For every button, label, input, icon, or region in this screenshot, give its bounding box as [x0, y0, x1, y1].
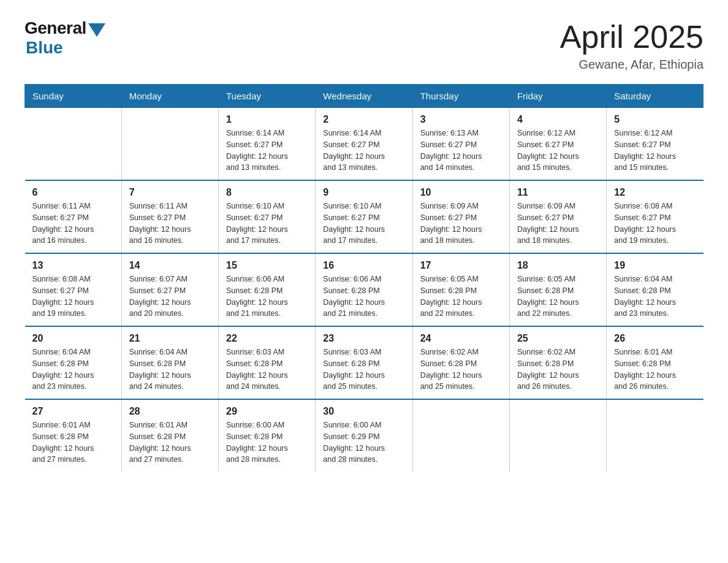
header-row: SundayMondayTuesdayWednesdayThursdayFrid… [25, 85, 703, 108]
day-info: Sunrise: 6:07 AMSunset: 6:27 PMDaylight:… [129, 274, 211, 320]
calendar-cell: 23Sunrise: 6:03 AMSunset: 6:28 PMDayligh… [316, 326, 412, 399]
day-number: 4 [517, 114, 599, 125]
calendar-week-5: 27Sunrise: 6:01 AMSunset: 6:28 PMDayligh… [25, 399, 703, 472]
day-number: 10 [420, 187, 502, 198]
day-number: 11 [517, 187, 599, 198]
calendar-cell: 12Sunrise: 6:08 AMSunset: 6:27 PMDayligh… [607, 180, 703, 253]
calendar-week-4: 20Sunrise: 6:04 AMSunset: 6:28 PMDayligh… [25, 326, 703, 399]
calendar-week-2: 6Sunrise: 6:11 AMSunset: 6:27 PMDaylight… [25, 180, 703, 253]
day-number: 18 [517, 260, 599, 271]
day-number: 9 [323, 187, 404, 198]
header-cell-friday: Friday [509, 85, 606, 108]
day-number: 1 [226, 114, 308, 125]
location-title: Gewane, Afar, Ethiopia [560, 58, 703, 72]
calendar-week-3: 13Sunrise: 6:08 AMSunset: 6:27 PMDayligh… [25, 253, 703, 326]
day-info: Sunrise: 6:02 AMSunset: 6:28 PMDaylight:… [517, 347, 599, 393]
day-info: Sunrise: 6:10 AMSunset: 6:27 PMDaylight:… [226, 201, 308, 247]
month-title: April 2025 [560, 18, 703, 55]
calendar-cell: 1Sunrise: 6:14 AMSunset: 6:27 PMDaylight… [219, 108, 316, 181]
day-number: 27 [32, 406, 114, 417]
day-number: 25 [517, 333, 599, 344]
day-info: Sunrise: 6:00 AMSunset: 6:28 PMDaylight:… [226, 419, 308, 465]
logo-general-text: General [25, 18, 86, 38]
calendar-cell: 6Sunrise: 6:11 AMSunset: 6:27 PMDaylight… [25, 180, 122, 253]
header-cell-monday: Monday [121, 85, 218, 108]
header-cell-wednesday: Wednesday [316, 85, 412, 108]
calendar-cell: 24Sunrise: 6:02 AMSunset: 6:28 PMDayligh… [412, 326, 509, 399]
day-number: 8 [226, 187, 308, 198]
logo-blue-text: Blue [26, 38, 63, 58]
calendar-cell: 3Sunrise: 6:13 AMSunset: 6:27 PMDaylight… [412, 108, 509, 181]
day-info: Sunrise: 6:04 AMSunset: 6:28 PMDaylight:… [32, 347, 114, 393]
day-number: 28 [129, 406, 211, 417]
day-info: Sunrise: 6:11 AMSunset: 6:27 PMDaylight:… [32, 201, 114, 247]
day-info: Sunrise: 6:01 AMSunset: 6:28 PMDaylight:… [614, 347, 696, 393]
day-info: Sunrise: 6:10 AMSunset: 6:27 PMDaylight:… [323, 201, 404, 247]
day-info: Sunrise: 6:14 AMSunset: 6:27 PMDaylight:… [226, 128, 308, 174]
day-info: Sunrise: 6:06 AMSunset: 6:28 PMDaylight:… [226, 274, 308, 320]
calendar-cell: 13Sunrise: 6:08 AMSunset: 6:27 PMDayligh… [25, 253, 122, 326]
header-cell-thursday: Thursday [412, 85, 509, 108]
calendar-cell: 14Sunrise: 6:07 AMSunset: 6:27 PMDayligh… [121, 253, 218, 326]
calendar-cell [25, 108, 122, 181]
day-info: Sunrise: 6:03 AMSunset: 6:28 PMDaylight:… [226, 347, 308, 393]
calendar-cell [412, 399, 509, 472]
day-number: 16 [323, 260, 404, 271]
day-info: Sunrise: 6:08 AMSunset: 6:27 PMDaylight:… [614, 201, 696, 247]
header-cell-saturday: Saturday [607, 85, 703, 108]
day-number: 19 [614, 260, 696, 271]
calendar-cell: 10Sunrise: 6:09 AMSunset: 6:27 PMDayligh… [412, 180, 509, 253]
day-number: 22 [226, 333, 308, 344]
day-info: Sunrise: 6:11 AMSunset: 6:27 PMDaylight:… [129, 201, 211, 247]
calendar-cell: 22Sunrise: 6:03 AMSunset: 6:28 PMDayligh… [219, 326, 316, 399]
calendar-cell: 9Sunrise: 6:10 AMSunset: 6:27 PMDaylight… [316, 180, 412, 253]
logo-triangle-icon [88, 23, 105, 37]
day-info: Sunrise: 6:03 AMSunset: 6:28 PMDaylight:… [323, 347, 404, 393]
day-number: 14 [129, 260, 211, 271]
calendar-cell: 27Sunrise: 6:01 AMSunset: 6:28 PMDayligh… [25, 399, 122, 472]
calendar-cell: 26Sunrise: 6:01 AMSunset: 6:28 PMDayligh… [607, 326, 703, 399]
day-number: 7 [129, 187, 211, 198]
day-number: 3 [420, 114, 502, 125]
calendar-cell: 17Sunrise: 6:05 AMSunset: 6:28 PMDayligh… [412, 253, 509, 326]
day-number: 2 [323, 114, 404, 125]
calendar-cell [607, 399, 703, 472]
calendar-cell: 28Sunrise: 6:01 AMSunset: 6:28 PMDayligh… [121, 399, 218, 472]
logo: General Blue [25, 18, 105, 58]
header-cell-tuesday: Tuesday [219, 85, 316, 108]
title-section: April 2025 Gewane, Afar, Ethiopia [560, 18, 703, 72]
calendar-cell: 5Sunrise: 6:12 AMSunset: 6:27 PMDaylight… [607, 108, 703, 181]
calendar-cell: 8Sunrise: 6:10 AMSunset: 6:27 PMDaylight… [219, 180, 316, 253]
page-header: General Blue April 2025 Gewane, Afar, Et… [25, 18, 703, 72]
calendar-cell: 20Sunrise: 6:04 AMSunset: 6:28 PMDayligh… [25, 326, 122, 399]
day-number: 24 [420, 333, 502, 344]
day-number: 21 [129, 333, 211, 344]
day-info: Sunrise: 6:01 AMSunset: 6:28 PMDaylight:… [129, 419, 211, 465]
day-info: Sunrise: 6:12 AMSunset: 6:27 PMDaylight:… [517, 128, 599, 174]
calendar-body: 1Sunrise: 6:14 AMSunset: 6:27 PMDaylight… [25, 108, 703, 472]
day-info: Sunrise: 6:08 AMSunset: 6:27 PMDaylight:… [32, 274, 114, 320]
day-number: 5 [614, 114, 696, 125]
day-number: 12 [614, 187, 696, 198]
day-number: 26 [614, 333, 696, 344]
day-info: Sunrise: 6:13 AMSunset: 6:27 PMDaylight:… [420, 128, 502, 174]
calendar-header: SundayMondayTuesdayWednesdayThursdayFrid… [25, 85, 703, 108]
calendar-cell: 21Sunrise: 6:04 AMSunset: 6:28 PMDayligh… [121, 326, 218, 399]
day-number: 13 [32, 260, 114, 271]
calendar-cell: 19Sunrise: 6:04 AMSunset: 6:28 PMDayligh… [607, 253, 703, 326]
day-info: Sunrise: 6:04 AMSunset: 6:28 PMDaylight:… [614, 274, 696, 320]
day-info: Sunrise: 6:05 AMSunset: 6:28 PMDaylight:… [517, 274, 599, 320]
day-info: Sunrise: 6:01 AMSunset: 6:28 PMDaylight:… [32, 419, 114, 465]
day-info: Sunrise: 6:12 AMSunset: 6:27 PMDaylight:… [614, 128, 696, 174]
day-info: Sunrise: 6:05 AMSunset: 6:28 PMDaylight:… [420, 274, 502, 320]
calendar-cell: 2Sunrise: 6:14 AMSunset: 6:27 PMDaylight… [316, 108, 412, 181]
calendar-cell [121, 108, 218, 181]
calendar-cell: 30Sunrise: 6:00 AMSunset: 6:29 PMDayligh… [316, 399, 412, 472]
day-info: Sunrise: 6:06 AMSunset: 6:28 PMDaylight:… [323, 274, 404, 320]
day-number: 29 [226, 406, 308, 417]
calendar-cell: 4Sunrise: 6:12 AMSunset: 6:27 PMDaylight… [509, 108, 606, 181]
calendar-week-1: 1Sunrise: 6:14 AMSunset: 6:27 PMDaylight… [25, 108, 703, 181]
calendar-cell: 25Sunrise: 6:02 AMSunset: 6:28 PMDayligh… [509, 326, 606, 399]
calendar-cell: 7Sunrise: 6:11 AMSunset: 6:27 PMDaylight… [121, 180, 218, 253]
day-number: 17 [420, 260, 502, 271]
